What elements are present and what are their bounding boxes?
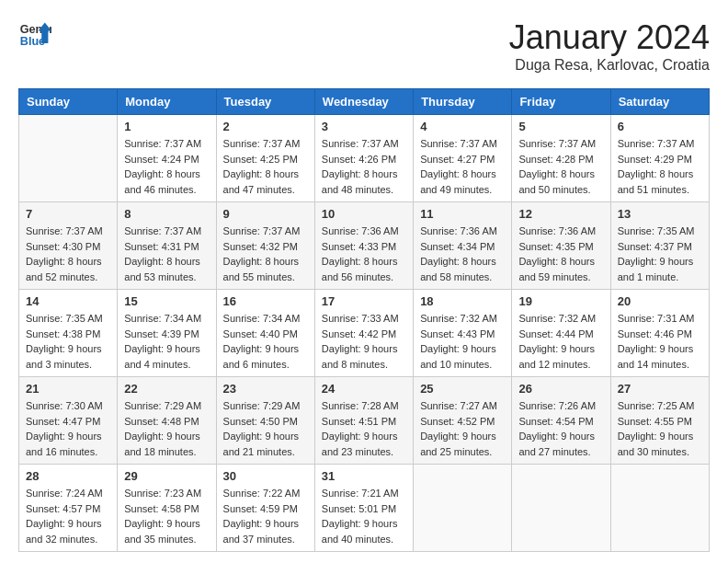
calendar-cell	[512, 465, 610, 552]
day-info: Sunrise: 7:26 AMSunset: 4:54 PMDaylight:…	[518, 398, 603, 459]
location-title: Duga Resa, Karlovac, Croatia	[509, 57, 710, 74]
day-number: 25	[420, 382, 505, 396]
calendar-cell: 23Sunrise: 7:29 AMSunset: 4:50 PMDayligh…	[216, 377, 314, 465]
day-number: 22	[124, 382, 209, 396]
day-info: Sunrise: 7:33 AMSunset: 4:42 PMDaylight:…	[322, 311, 406, 372]
calendar-cell: 26Sunrise: 7:26 AMSunset: 4:54 PMDayligh…	[512, 377, 610, 465]
calendar-cell: 27Sunrise: 7:25 AMSunset: 4:55 PMDayligh…	[610, 377, 709, 465]
calendar-cell: 21Sunrise: 7:30 AMSunset: 4:47 PMDayligh…	[19, 377, 118, 465]
day-number: 26	[518, 382, 603, 396]
day-info: Sunrise: 7:35 AMSunset: 4:37 PMDaylight:…	[618, 224, 702, 284]
day-number: 28	[26, 469, 110, 483]
day-info: Sunrise: 7:32 AMSunset: 4:44 PMDaylight:…	[518, 311, 603, 372]
day-info: Sunrise: 7:32 AMSunset: 4:43 PMDaylight:…	[420, 311, 505, 372]
day-number: 7	[26, 207, 110, 221]
day-number: 16	[223, 294, 308, 308]
calendar-cell: 20Sunrise: 7:31 AMSunset: 4:46 PMDayligh…	[610, 290, 709, 377]
calendar-header-wednesday: Wednesday	[314, 89, 413, 115]
calendar-header-sunday: Sunday	[19, 89, 118, 115]
day-number: 21	[26, 382, 110, 396]
day-info: Sunrise: 7:34 AMSunset: 4:40 PMDaylight:…	[223, 311, 308, 372]
logo-icon: General Blue	[18, 18, 51, 52]
day-number: 3	[322, 120, 406, 133]
calendar-cell: 31Sunrise: 7:21 AMSunset: 5:01 PMDayligh…	[314, 465, 413, 552]
calendar-header-thursday: Thursday	[414, 89, 512, 115]
day-info: Sunrise: 7:30 AMSunset: 4:47 PMDaylight:…	[26, 398, 110, 459]
day-info: Sunrise: 7:24 AMSunset: 4:57 PMDaylight:…	[26, 486, 110, 546]
day-info: Sunrise: 7:31 AMSunset: 4:46 PMDaylight:…	[618, 311, 702, 372]
day-number: 5	[518, 120, 603, 133]
day-info: Sunrise: 7:37 AMSunset: 4:26 PMDaylight:…	[322, 136, 406, 197]
day-info: Sunrise: 7:37 AMSunset: 4:27 PMDaylight:…	[420, 136, 505, 197]
header: General Blue January 2024 Duga Resa, Kar…	[18, 18, 710, 74]
day-info: Sunrise: 7:37 AMSunset: 4:30 PMDaylight:…	[26, 224, 110, 284]
day-info: Sunrise: 7:36 AMSunset: 4:35 PMDaylight:…	[518, 224, 603, 284]
day-number: 12	[518, 207, 603, 221]
day-info: Sunrise: 7:35 AMSunset: 4:38 PMDaylight:…	[26, 311, 110, 372]
calendar-week-row: 21Sunrise: 7:30 AMSunset: 4:47 PMDayligh…	[19, 377, 710, 465]
calendar-cell: 10Sunrise: 7:36 AMSunset: 4:33 PMDayligh…	[314, 202, 413, 290]
calendar-cell: 11Sunrise: 7:36 AMSunset: 4:34 PMDayligh…	[414, 202, 512, 290]
day-number: 31	[322, 469, 406, 483]
day-number: 10	[322, 207, 406, 221]
day-info: Sunrise: 7:21 AMSunset: 5:01 PMDaylight:…	[322, 486, 406, 546]
day-number: 30	[223, 469, 308, 483]
calendar-week-row: 1Sunrise: 7:37 AMSunset: 4:24 PMDaylight…	[19, 115, 710, 202]
day-number: 14	[26, 294, 110, 308]
calendar-cell: 16Sunrise: 7:34 AMSunset: 4:40 PMDayligh…	[216, 290, 314, 377]
calendar-week-row: 7Sunrise: 7:37 AMSunset: 4:30 PMDaylight…	[19, 202, 710, 290]
day-number: 2	[223, 120, 308, 133]
day-info: Sunrise: 7:28 AMSunset: 4:51 PMDaylight:…	[322, 398, 406, 459]
calendar-cell: 13Sunrise: 7:35 AMSunset: 4:37 PMDayligh…	[610, 202, 709, 290]
calendar-cell: 12Sunrise: 7:36 AMSunset: 4:35 PMDayligh…	[512, 202, 610, 290]
day-number: 19	[518, 294, 603, 308]
calendar-table: SundayMondayTuesdayWednesdayThursdayFrid…	[18, 88, 710, 552]
svg-text:Blue: Blue	[20, 35, 45, 48]
calendar-cell: 19Sunrise: 7:32 AMSunset: 4:44 PMDayligh…	[512, 290, 610, 377]
day-info: Sunrise: 7:29 AMSunset: 4:48 PMDaylight:…	[124, 398, 209, 459]
day-info: Sunrise: 7:27 AMSunset: 4:52 PMDaylight:…	[420, 398, 505, 459]
day-info: Sunrise: 7:22 AMSunset: 4:59 PMDaylight:…	[223, 486, 308, 546]
calendar-cell: 9Sunrise: 7:37 AMSunset: 4:32 PMDaylight…	[216, 202, 314, 290]
calendar-cell: 28Sunrise: 7:24 AMSunset: 4:57 PMDayligh…	[19, 465, 118, 552]
day-number: 23	[223, 382, 308, 396]
day-info: Sunrise: 7:37 AMSunset: 4:31 PMDaylight:…	[124, 224, 209, 284]
day-info: Sunrise: 7:37 AMSunset: 4:29 PMDaylight:…	[618, 136, 702, 197]
calendar-cell: 8Sunrise: 7:37 AMSunset: 4:31 PMDaylight…	[118, 202, 216, 290]
calendar-cell: 29Sunrise: 7:23 AMSunset: 4:58 PMDayligh…	[118, 465, 216, 552]
calendar-cell: 24Sunrise: 7:28 AMSunset: 4:51 PMDayligh…	[314, 377, 413, 465]
calendar-cell: 22Sunrise: 7:29 AMSunset: 4:48 PMDayligh…	[118, 377, 216, 465]
calendar-cell	[19, 115, 118, 202]
day-info: Sunrise: 7:34 AMSunset: 4:39 PMDaylight:…	[124, 311, 209, 372]
day-info: Sunrise: 7:37 AMSunset: 4:25 PMDaylight:…	[223, 136, 308, 197]
calendar-header-friday: Friday	[512, 89, 610, 115]
calendar-cell: 4Sunrise: 7:37 AMSunset: 4:27 PMDaylight…	[414, 115, 512, 202]
calendar-cell: 1Sunrise: 7:37 AMSunset: 4:24 PMDaylight…	[118, 115, 216, 202]
logo: General Blue	[18, 18, 51, 52]
calendar-cell: 15Sunrise: 7:34 AMSunset: 4:39 PMDayligh…	[118, 290, 216, 377]
month-title: January 2024	[509, 18, 710, 57]
day-info: Sunrise: 7:37 AMSunset: 4:28 PMDaylight:…	[518, 136, 603, 197]
day-info: Sunrise: 7:36 AMSunset: 4:33 PMDaylight:…	[322, 224, 406, 284]
day-info: Sunrise: 7:36 AMSunset: 4:34 PMDaylight:…	[420, 224, 505, 284]
day-info: Sunrise: 7:29 AMSunset: 4:50 PMDaylight:…	[223, 398, 308, 459]
day-number: 11	[420, 207, 505, 221]
day-number: 8	[124, 207, 209, 221]
day-info: Sunrise: 7:23 AMSunset: 4:58 PMDaylight:…	[124, 486, 209, 546]
calendar-header-tuesday: Tuesday	[216, 89, 314, 115]
day-info: Sunrise: 7:37 AMSunset: 4:24 PMDaylight:…	[124, 136, 209, 197]
calendar-cell	[610, 465, 709, 552]
calendar-cell: 30Sunrise: 7:22 AMSunset: 4:59 PMDayligh…	[216, 465, 314, 552]
day-number: 18	[420, 294, 505, 308]
title-area: January 2024 Duga Resa, Karlovac, Croati…	[509, 18, 710, 74]
day-number: 29	[124, 469, 209, 483]
day-number: 20	[618, 294, 702, 308]
calendar-cell: 25Sunrise: 7:27 AMSunset: 4:52 PMDayligh…	[414, 377, 512, 465]
day-info: Sunrise: 7:25 AMSunset: 4:55 PMDaylight:…	[618, 398, 702, 459]
day-number: 1	[124, 120, 209, 133]
day-number: 13	[618, 207, 702, 221]
calendar-cell: 6Sunrise: 7:37 AMSunset: 4:29 PMDaylight…	[610, 115, 709, 202]
calendar-cell: 2Sunrise: 7:37 AMSunset: 4:25 PMDaylight…	[216, 115, 314, 202]
calendar-header-saturday: Saturday	[610, 89, 709, 115]
day-number: 24	[322, 382, 406, 396]
